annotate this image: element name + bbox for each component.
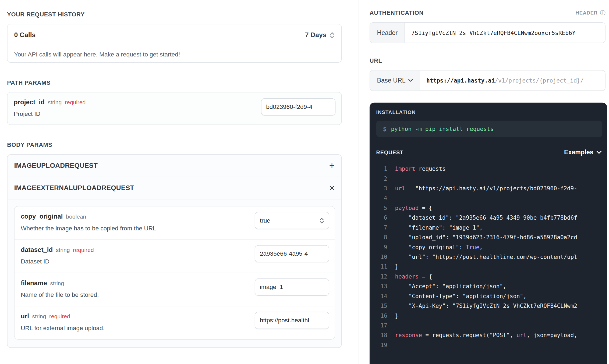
auth-mode-indicator: HEADER ⓘ — [576, 10, 606, 15]
install-command-box[interactable]: $ python -m pip install requests — [376, 121, 603, 137]
param-name: project_id — [14, 98, 45, 106]
info-icon[interactable]: ⓘ — [600, 10, 606, 15]
code-line: 8 "upload_id": "1939d623-2316-479f-bd86-… — [376, 232, 607, 242]
field-name: url — [21, 313, 29, 320]
code-line: 13 "Accept": "application/json", — [376, 281, 607, 291]
code-line: 9 "copy_original": True, — [376, 242, 607, 252]
field-required-badge: required — [49, 313, 70, 320]
history-range-dropdown[interactable]: 7 Days — [305, 31, 335, 39]
code-line: 18response = requests.request("POST", ur… — [376, 330, 607, 340]
request-title: REQUEST — [376, 149, 403, 155]
field-filename: filename string Name of the file to be s… — [15, 273, 335, 306]
field-type: string — [32, 313, 46, 320]
chevron-down-icon — [596, 151, 601, 154]
code-line: 15 "X-Api-Key": "7S1iyfgIVcZtN_2s_VhCZkt… — [376, 301, 607, 311]
code-line: 19 — [376, 340, 607, 350]
history-empty-message: Your API calls will appear here. Make a … — [8, 46, 341, 62]
field-name: filename — [21, 279, 47, 287]
auth-header-label: Header — [370, 23, 405, 43]
code-line: 7 "filename": "image_1", — [376, 223, 607, 232]
examples-dropdown[interactable]: Examples — [564, 149, 601, 156]
close-icon[interactable]: × — [329, 183, 335, 193]
auth-mode-label: HEADER — [576, 10, 598, 15]
field-dataset-id: dataset_id string required Dataset ID — [15, 240, 335, 273]
request-history-box: 0 Calls 7 Days Your API calls will appea… — [7, 24, 342, 63]
field-name: copy_original — [21, 213, 63, 220]
field-url: url string required URL for external ima… — [15, 306, 335, 339]
code-line: 12headers = { — [376, 272, 607, 281]
base-url-row: Base URL https://api.hasty.ai/v1/project… — [370, 70, 606, 91]
project-id-input[interactable] — [261, 98, 335, 116]
field-name: dataset_id — [21, 246, 53, 254]
field-type: string — [50, 280, 64, 286]
chevron-down-icon — [408, 79, 413, 82]
request-url-display: https://api.hasty.ai/v1/projects/{projec… — [420, 70, 605, 90]
base-url-label: Base URL — [377, 77, 406, 84]
path-param-project-id: project_id string required Project ID — [7, 92, 342, 125]
request-history-header: 0 Calls 7 Days — [8, 24, 341, 46]
auth-header-row: Header 7S1iyfgIVcZtN_2s_VhCZkt7eRQFB4CLN… — [370, 22, 606, 43]
schema-imageexternaluploadrequest[interactable]: IMAGEEXTERNALUPLOADREQUEST × — [8, 177, 341, 199]
request-header-row: REQUEST Examples — [376, 149, 602, 156]
code-line: 14 "Content-Type": "application/json", — [376, 291, 607, 301]
calls-count: 0 Calls — [14, 31, 36, 39]
request-form-column: YOUR REQUEST HISTORY 0 Calls 7 Days Your… — [0, 0, 359, 364]
copy-original-select[interactable]: true — [255, 212, 329, 229]
param-required-badge: required — [65, 99, 86, 105]
field-type: boolean — [66, 213, 86, 220]
schema-label: IMAGEEXTERNALUPLOADREQUEST — [14, 184, 134, 192]
authentication-title: AUTHENTICATION — [370, 9, 424, 16]
code-line: 10 "url": "https://post.healthline.com/w… — [376, 252, 607, 262]
body-params-group: IMAGEUPLOADREQUEST + IMAGEEXTERNALUPLOAD… — [7, 154, 342, 348]
api-reference-page: YOUR REQUEST HISTORY 0 Calls 7 Days Your… — [0, 0, 609, 364]
select-chevrons-icon — [319, 217, 324, 224]
dataset-id-input[interactable] — [255, 245, 329, 262]
base-url-selector[interactable]: Base URL — [370, 70, 420, 90]
code-line: 3url = "https://api.hasty.ai/v1/projects… — [376, 183, 607, 193]
field-required-badge: required — [73, 247, 94, 253]
shell-prompt: $ — [383, 126, 386, 132]
code-sample[interactable]: 1import requests23url = "https://api.has… — [376, 164, 607, 350]
install-command: python -m pip install requests — [391, 126, 494, 132]
copy-original-value: true — [260, 217, 270, 224]
history-range-label: 7 Days — [305, 31, 327, 39]
url-input[interactable] — [255, 312, 329, 329]
api-key-input[interactable]: 7S1iyfgIVcZtN_2s_VhCZkt7eRQFB4CLNwm2ooxc… — [405, 23, 605, 43]
param-type: string — [48, 99, 62, 105]
filename-input[interactable] — [255, 279, 329, 296]
code-line: 4 — [376, 193, 607, 203]
examples-label: Examples — [564, 149, 593, 156]
schema-imageuploadrequest[interactable]: IMAGEUPLOADREQUEST + — [8, 155, 341, 177]
authentication-header: AUTHENTICATION HEADER ⓘ — [370, 9, 606, 16]
field-copy-original: copy_original boolean Whether the image … — [15, 206, 335, 240]
code-line: 11} — [376, 262, 607, 271]
code-line: 5payload = { — [376, 203, 607, 213]
code-line: 17 — [376, 320, 607, 330]
url-section-title: URL — [370, 57, 609, 64]
request-history-title: YOUR REQUEST HISTORY — [7, 11, 342, 18]
sort-chevrons-icon — [330, 31, 335, 38]
code-line: 2 — [376, 173, 607, 183]
url-base: https://api.hasty.ai — [426, 77, 495, 84]
code-line: 16} — [376, 311, 607, 320]
code-panel: INSTALLATION $ python -m pip install req… — [370, 103, 607, 364]
url-path: /v1/projects/{project_id}/ — [495, 77, 584, 84]
schema-fields-card: copy_original boolean Whether the image … — [14, 206, 335, 340]
body-params-title: BODY PARAMS — [7, 141, 342, 148]
code-line: 1import requests — [376, 164, 607, 173]
request-preview-column: AUTHENTICATION HEADER ⓘ Header 7S1iyfgIV… — [359, 0, 609, 364]
schema-label: IMAGEUPLOADREQUEST — [14, 162, 98, 170]
code-line: 6 "dataset_id": "2a935e66-4a95-4349-90be… — [376, 213, 607, 222]
field-type: string — [56, 247, 70, 253]
add-icon[interactable]: + — [329, 161, 335, 170]
path-params-title: PATH PARAMS — [7, 79, 342, 86]
installation-title: INSTALLATION — [376, 109, 607, 115]
